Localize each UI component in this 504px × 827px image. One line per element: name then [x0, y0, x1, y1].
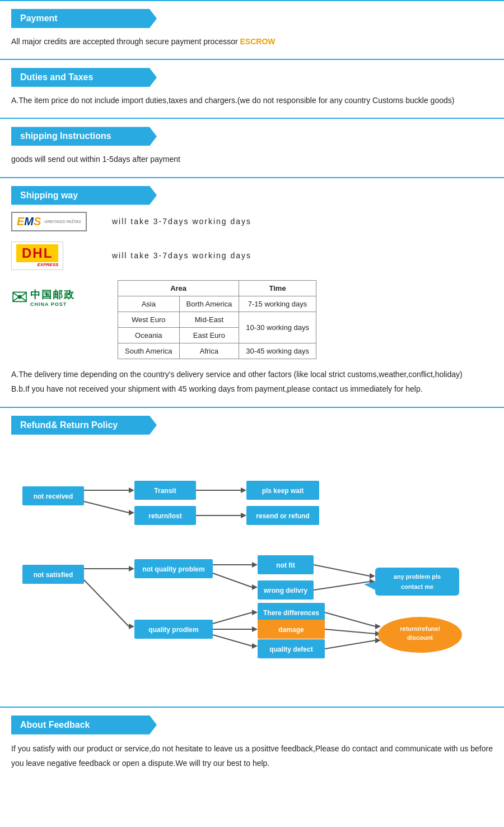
ems-row: E M S GREITASIS PAŠTAS will take 3-7days…: [11, 212, 493, 231]
table-cell-south-america: South America: [118, 343, 180, 359]
svg-text:return/refune/: return/refune/: [400, 625, 440, 632]
svg-text:There  differences: There differences: [263, 609, 319, 617]
feedback-text: If you satisfy with our product or servi…: [11, 741, 493, 771]
svg-line-4: [84, 501, 129, 513]
payment-section: Payment All major credits are accepted t…: [0, 0, 504, 59]
ems-description: will take 3-7days working days: [112, 217, 251, 226]
duties-text: A.The item price do not include import d…: [11, 94, 493, 108]
svg-text:wrong  delivry: wrong delivry: [263, 587, 307, 594]
svg-line-50: [314, 582, 370, 590]
svg-marker-23: [129, 624, 134, 629]
refund-header: Refund& Return Policy: [11, 416, 157, 435]
chinapost-row: ✉ 中国邮政 CHINA POST Area Time: [11, 280, 493, 359]
table-cell-africa: Africa: [179, 343, 239, 359]
table-cell-oceania: Oceania: [118, 327, 180, 343]
refund-flowchart: not received Transit return/lost p: [17, 453, 498, 688]
refund-section: Refund& Return Policy not received Trans…: [0, 407, 504, 707]
table-row: South America Africa 30-45 working days: [118, 343, 316, 359]
svg-line-22: [84, 580, 129, 626]
svg-line-56: [325, 612, 375, 626]
svg-rect-52: [375, 568, 459, 596]
svg-marker-39: [252, 626, 258, 632]
svg-text:not  received: not received: [34, 493, 73, 500]
svg-line-60: [325, 640, 375, 649]
table-cell-time-3: 30-45 working days: [239, 343, 316, 359]
svg-marker-15: [241, 513, 246, 518]
dhl-row: DHL EXPRESS will take 3-7days working da…: [11, 241, 493, 270]
svg-text:discount: discount: [407, 634, 433, 641]
shipping-way-section: Shipping way E M S GREITASIS PAŠTAS will…: [0, 177, 504, 407]
table-row: Asia Borth America 7-15 working days: [118, 296, 316, 312]
shipping-instructions-header: shipping Instructions: [11, 127, 157, 146]
svg-text:quality  defect: quality defect: [269, 645, 312, 653]
shipping-way-header: Shipping way: [11, 186, 157, 205]
table-cell-east-euro: East Euro: [179, 327, 239, 343]
svg-line-58: [325, 629, 375, 634]
svg-text:Transit: Transit: [154, 487, 176, 495]
svg-line-48: [314, 565, 370, 576]
svg-text:not  satisfied: not satisfied: [34, 571, 73, 579]
svg-line-30: [213, 573, 252, 587]
shipping-note-a: A.The delivery time depending on the cou…: [11, 367, 493, 382]
shipping-table: Area Time Asia Borth America 7-15 workin…: [118, 280, 316, 359]
svg-line-36: [213, 612, 252, 624]
svg-marker-37: [252, 610, 258, 615]
table-cell-time-2: 10-30 working days: [239, 312, 316, 343]
table-cell-borth-america: Borth America: [179, 296, 239, 312]
svg-text:resend  or  refund: resend or refund: [256, 512, 309, 520]
feedback-header: About Feedback: [11, 716, 157, 735]
shipping-notes: A.The delivery time depending on the cou…: [11, 367, 493, 397]
dhl-description: will take 3-7days working days: [112, 251, 251, 260]
duties-section: Duties and Taxes A.The item price do not…: [0, 59, 504, 118]
payment-text: All major credits are accepted through s…: [11, 35, 493, 49]
shipping-instructions-text: goods will send out within 1-5days after…: [11, 152, 493, 166]
table-area-header: Area: [118, 280, 239, 296]
svg-marker-21: [129, 566, 134, 572]
table-row: West Euro Mid-East 10-30 working days: [118, 312, 316, 327]
table-cell-west-euro: West Euro: [118, 312, 180, 327]
shipping-note-b: B.b.If you have not received your shipme…: [11, 382, 493, 397]
svg-text:any  problem  pls: any problem pls: [394, 573, 441, 580]
table-cell-asia: Asia: [118, 296, 180, 312]
table-cell-mid-east: Mid-East: [179, 312, 239, 327]
svg-text:pls  keep  wait: pls keep wait: [262, 487, 304, 495]
svg-marker-29: [252, 562, 258, 568]
shipping-instructions-section: shipping Instructions goods will send ou…: [0, 118, 504, 176]
payment-header: Payment: [11, 9, 157, 28]
feedback-section: About Feedback If you satisfy with our p…: [0, 707, 504, 784]
duties-header: Duties and Taxes: [11, 68, 157, 87]
refund-diagram: not received Transit return/lost p: [11, 442, 493, 701]
svg-marker-49: [370, 573, 375, 579]
svg-marker-57: [375, 624, 381, 629]
svg-marker-5: [129, 510, 134, 515]
table-cell-time-1: 7-15 working days: [239, 296, 316, 312]
chinapost-logo: ✉ 中国邮政 CHINA POST: [11, 286, 106, 309]
svg-marker-31: [252, 584, 258, 590]
dhl-logo: DHL EXPRESS: [11, 241, 101, 270]
escrow-label: ESCROW: [240, 37, 276, 46]
svg-text:not  quality  problem: not quality problem: [142, 565, 204, 573]
table-time-header: Time: [239, 280, 316, 296]
svg-text:not  fit: not fit: [276, 561, 295, 569]
svg-text:damage: damage: [278, 626, 304, 634]
svg-line-40: [213, 635, 252, 646]
svg-marker-3: [129, 487, 134, 493]
svg-marker-41: [252, 643, 258, 649]
svg-marker-11: [241, 487, 246, 493]
svg-text:contact  me: contact me: [401, 583, 433, 590]
svg-text:return/lost: return/lost: [148, 512, 181, 520]
svg-text:quality  prodlem: quality prodlem: [148, 626, 198, 634]
ems-logo: E M S GREITASIS PAŠTAS: [11, 212, 101, 231]
